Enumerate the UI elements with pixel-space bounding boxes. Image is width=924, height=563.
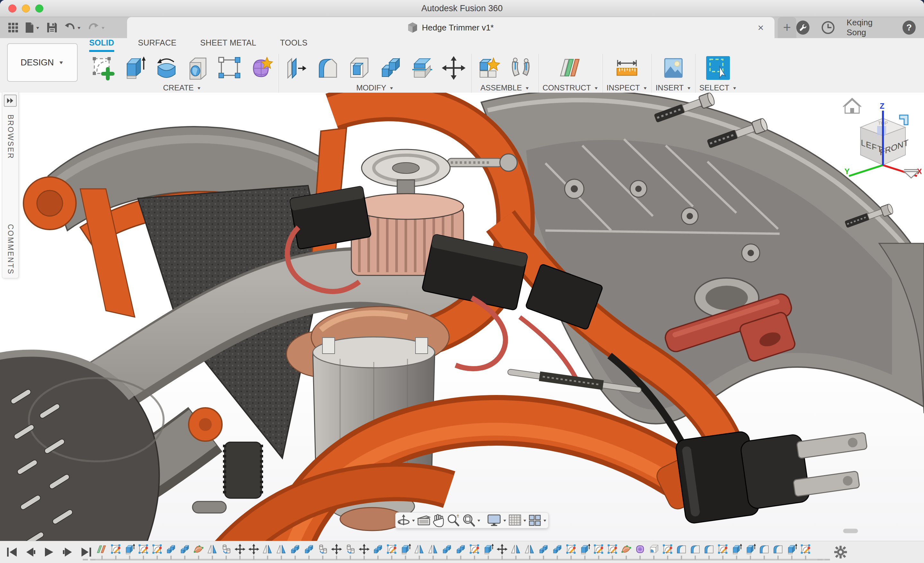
close-window-button[interactable] (8, 4, 16, 12)
select-button[interactable] (704, 54, 732, 82)
timeline-feature-plane[interactable] (96, 544, 108, 560)
new-component-button[interactable] (476, 54, 503, 82)
tab-sheet-metal[interactable]: SHEET METAL (200, 38, 256, 52)
timeline-feature-sketch[interactable] (662, 544, 674, 560)
minimize-window-button[interactable] (22, 4, 30, 12)
insert-group-label[interactable]: INSERT▼ (656, 83, 691, 92)
app-grid-button[interactable] (6, 20, 21, 35)
fillet-button[interactable] (314, 54, 342, 82)
create-sketch-button[interactable] (90, 54, 117, 82)
grid-settings-button[interactable]: ▼ (508, 514, 527, 527)
timeline-feature-extrude[interactable] (124, 544, 135, 560)
timeline-feature-form[interactable] (621, 544, 632, 560)
timeline-feature-sketch[interactable] (110, 544, 122, 560)
construct-plane-button[interactable] (556, 54, 584, 82)
inspect-group-label[interactable]: INSPECT▼ (607, 83, 648, 92)
viewcube-cube[interactable]: TOP LEFT FRONT (861, 118, 909, 165)
save-button[interactable] (45, 20, 59, 35)
tab-tools[interactable]: TOOLS (280, 38, 308, 52)
create-form-button[interactable] (247, 54, 274, 82)
expand-browser-button[interactable] (4, 94, 16, 107)
timeline-feature-fillet[interactable] (690, 544, 701, 560)
timeline-feature-boundary[interactable] (648, 544, 660, 560)
press-pull-button[interactable] (283, 54, 310, 82)
timeline-feature-sketch[interactable] (565, 544, 577, 560)
revolve-button[interactable] (153, 54, 180, 82)
help-button[interactable]: ? (903, 21, 916, 34)
timeline-feature-form[interactable] (193, 544, 204, 560)
timeline-feature-mirror[interactable] (207, 544, 218, 560)
timeline-feature-move[interactable] (496, 544, 508, 560)
zoom-button[interactable]: ± (446, 513, 460, 527)
go-to-start-button[interactable] (6, 547, 17, 557)
modify-group-label[interactable]: MODIFY▼ (356, 83, 394, 92)
combine-button[interactable] (377, 54, 405, 82)
timeline-feature-sketch[interactable] (800, 544, 812, 560)
zoom-window-button[interactable] (35, 4, 44, 12)
viewcube[interactable]: TOP LEFT FRONT Y X Z (841, 95, 921, 178)
timeline-feature-sketch[interactable] (386, 544, 398, 560)
timeline-feature-move[interactable] (234, 544, 246, 560)
document-tab[interactable]: Hedge Trimmer v1* × (127, 17, 774, 38)
move-copy-button[interactable] (440, 54, 468, 82)
insert-canvas-button[interactable] (660, 54, 687, 82)
timeline-feature-combine[interactable] (372, 544, 384, 560)
timeline-feature-fillet[interactable] (759, 544, 770, 560)
timeline-feature-fillet[interactable] (676, 544, 687, 560)
viewcube-orbit-corner-icon[interactable] (900, 115, 908, 125)
timeline-scrollbar[interactable] (843, 529, 858, 533)
workspace-selector[interactable]: DESIGN ▼ (7, 43, 78, 82)
split-body-button[interactable] (408, 54, 436, 82)
close-tab-button[interactable]: × (754, 21, 767, 34)
undo-button[interactable]: ▼ (62, 20, 83, 35)
timeline-feature-mirror[interactable] (428, 544, 439, 560)
timeline-feature-fillet[interactable] (703, 544, 715, 560)
timeline-feature-extrude[interactable] (745, 544, 756, 560)
timeline-feature-combine[interactable] (179, 544, 190, 560)
timeline-feature-extrude[interactable] (786, 544, 798, 560)
go-to-end-button[interactable] (81, 547, 92, 557)
step-back-button[interactable] (25, 547, 36, 557)
timeline-feature-sketch[interactable] (469, 544, 480, 560)
timeline-feature-move[interactable] (248, 544, 260, 560)
timeline-feature-mirror[interactable] (510, 544, 522, 560)
user-account-button[interactable]: Keqing Song (847, 18, 891, 37)
timeline-feature-copy[interactable] (317, 544, 328, 560)
step-forward-button[interactable] (62, 547, 73, 557)
timeline-feature-combine[interactable] (455, 544, 466, 560)
viewcube-home-button[interactable] (843, 99, 861, 113)
timeline-feature-combine[interactable] (303, 544, 315, 560)
look-at-button[interactable] (417, 514, 431, 527)
timeline-feature-combine[interactable] (538, 544, 549, 560)
fit-button[interactable]: ▼ (462, 513, 481, 527)
viewports-button[interactable]: ▼ (528, 514, 547, 527)
timeline-feature-sketch[interactable] (717, 544, 729, 560)
browser-panel-tab[interactable]: BROWSER (6, 114, 15, 159)
timeline-feature-form-ts[interactable] (634, 544, 646, 560)
select-group-label[interactable]: SELECT▼ (699, 83, 737, 92)
create-group-label[interactable]: CREATE▼ (163, 83, 201, 92)
extrude-button[interactable] (121, 54, 149, 82)
timeline-feature-extrude[interactable] (579, 544, 591, 560)
timeline-feature-mirror[interactable] (262, 544, 273, 560)
assemble-group-label[interactable]: ASSEMBLE▼ (480, 83, 530, 92)
design-canvas[interactable]: BROWSER COMMENTS TOP LEFT FRONT (0, 93, 924, 563)
timeline-feature-extrude[interactable] (400, 544, 411, 560)
tab-solid[interactable]: SOLID (89, 38, 114, 52)
timeline-feature-sketch[interactable] (138, 544, 149, 560)
shell-button[interactable] (345, 54, 373, 82)
recent-activity-button[interactable] (821, 21, 835, 34)
joint-button[interactable] (507, 54, 534, 82)
timeline-feature-fillet[interactable] (772, 544, 784, 560)
timeline-feature-move[interactable] (331, 544, 342, 560)
timeline-feature-mirror[interactable] (524, 544, 536, 560)
timeline-feature-combine[interactable] (290, 544, 301, 560)
timeline-feature-combine[interactable] (441, 544, 453, 560)
job-status-button[interactable] (796, 21, 810, 34)
timeline-feature-sketch[interactable] (607, 544, 618, 560)
timeline-feature-combine[interactable] (552, 544, 563, 560)
timeline-feature-extrude[interactable] (483, 544, 494, 560)
timeline-feature-sketch[interactable] (152, 544, 163, 560)
timeline-feature-sketch[interactable] (593, 544, 604, 560)
play-button[interactable] (44, 547, 54, 557)
